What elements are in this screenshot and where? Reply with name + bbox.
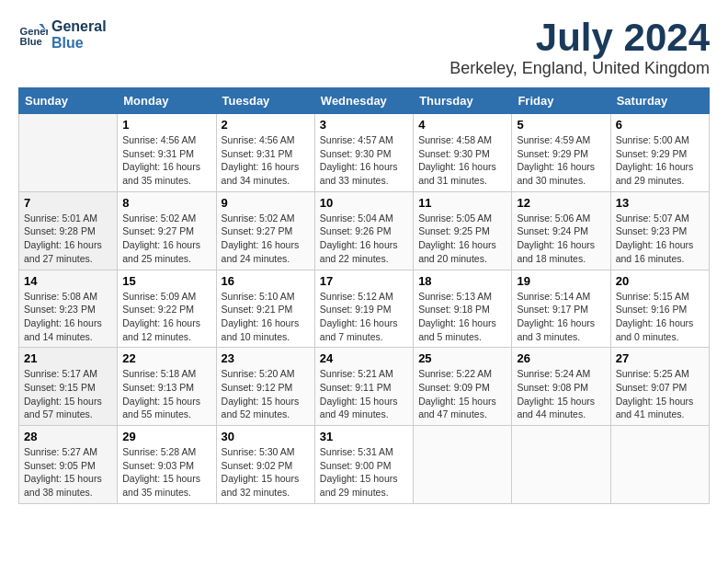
calendar-cell: 6Sunrise: 5:00 AM Sunset: 9:29 PM Daylig… xyxy=(610,114,709,192)
col-header-thursday: Thursday xyxy=(414,88,512,114)
calendar-cell: 12Sunrise: 5:06 AM Sunset: 9:24 PM Dayli… xyxy=(512,191,610,270)
calendar-header-row: SundayMondayTuesdayWednesdayThursdayFrid… xyxy=(19,88,710,114)
logo: General Blue General Blue xyxy=(18,18,107,51)
day-info: Sunrise: 5:10 AM Sunset: 9:21 PM Dayligh… xyxy=(222,290,310,344)
calendar-cell: 26Sunrise: 5:24 AM Sunset: 9:08 PM Dayli… xyxy=(512,348,610,426)
day-number: 27 xyxy=(616,351,704,365)
week-row-2: 7Sunrise: 5:01 AM Sunset: 9:28 PM Daylig… xyxy=(19,191,710,270)
day-number: 28 xyxy=(24,430,112,443)
month-year-title: July 2024 xyxy=(449,18,710,57)
calendar-cell xyxy=(610,426,709,504)
day-number: 5 xyxy=(517,118,605,132)
calendar-cell: 14Sunrise: 5:08 AM Sunset: 9:23 PM Dayli… xyxy=(19,270,118,348)
day-info: Sunrise: 5:28 AM Sunset: 9:03 PM Dayligh… xyxy=(122,445,210,500)
day-info: Sunrise: 5:02 AM Sunset: 9:27 PM Dayligh… xyxy=(122,212,210,266)
calendar-cell: 25Sunrise: 5:22 AM Sunset: 9:09 PM Dayli… xyxy=(414,348,512,426)
calendar-cell: 29Sunrise: 5:28 AM Sunset: 9:03 PM Dayli… xyxy=(118,426,216,504)
calendar-cell: 20Sunrise: 5:15 AM Sunset: 9:16 PM Dayli… xyxy=(610,270,709,348)
calendar-cell: 22Sunrise: 5:18 AM Sunset: 9:13 PM Dayli… xyxy=(118,348,216,426)
day-info: Sunrise: 5:04 AM Sunset: 9:26 PM Dayligh… xyxy=(320,212,408,266)
calendar-cell: 18Sunrise: 5:13 AM Sunset: 9:18 PM Dayli… xyxy=(414,270,512,348)
col-header-monday: Monday xyxy=(118,88,216,114)
calendar-cell: 31Sunrise: 5:31 AM Sunset: 9:00 PM Dayli… xyxy=(314,426,413,504)
day-number: 10 xyxy=(320,196,408,210)
calendar-cell xyxy=(19,114,118,192)
day-number: 14 xyxy=(24,274,112,288)
day-info: Sunrise: 4:57 AM Sunset: 9:30 PM Dayligh… xyxy=(320,133,408,188)
day-number: 25 xyxy=(418,351,506,365)
day-info: Sunrise: 5:06 AM Sunset: 9:24 PM Dayligh… xyxy=(517,212,605,266)
calendar-cell: 10Sunrise: 5:04 AM Sunset: 9:26 PM Dayli… xyxy=(314,191,413,270)
day-number: 13 xyxy=(616,196,704,210)
calendar-cell: 2Sunrise: 4:56 AM Sunset: 9:31 PM Daylig… xyxy=(216,114,314,192)
calendar-cell: 7Sunrise: 5:01 AM Sunset: 9:28 PM Daylig… xyxy=(19,191,118,270)
logo-text-line2: Blue xyxy=(51,35,107,52)
day-number: 1 xyxy=(122,118,210,132)
week-row-1: 1Sunrise: 4:56 AM Sunset: 9:31 PM Daylig… xyxy=(19,114,710,192)
day-info: Sunrise: 5:18 AM Sunset: 9:13 PM Dayligh… xyxy=(122,367,210,421)
calendar-cell: 27Sunrise: 5:25 AM Sunset: 9:07 PM Dayli… xyxy=(610,348,709,426)
calendar-cell: 21Sunrise: 5:17 AM Sunset: 9:15 PM Dayli… xyxy=(19,348,118,426)
col-header-friday: Friday xyxy=(512,88,610,114)
calendar-cell: 17Sunrise: 5:12 AM Sunset: 9:19 PM Dayli… xyxy=(314,270,413,348)
day-info: Sunrise: 5:12 AM Sunset: 9:19 PM Dayligh… xyxy=(320,290,408,344)
day-info: Sunrise: 5:21 AM Sunset: 9:11 PM Dayligh… xyxy=(320,367,408,421)
day-info: Sunrise: 4:56 AM Sunset: 9:31 PM Dayligh… xyxy=(222,133,310,188)
day-number: 23 xyxy=(222,351,310,365)
calendar-cell: 3Sunrise: 4:57 AM Sunset: 9:30 PM Daylig… xyxy=(314,114,413,192)
day-info: Sunrise: 5:14 AM Sunset: 9:17 PM Dayligh… xyxy=(517,290,605,344)
day-info: Sunrise: 4:58 AM Sunset: 9:30 PM Dayligh… xyxy=(418,133,506,188)
week-row-3: 14Sunrise: 5:08 AM Sunset: 9:23 PM Dayli… xyxy=(19,270,710,348)
day-number: 15 xyxy=(122,274,210,288)
day-info: Sunrise: 5:07 AM Sunset: 9:23 PM Dayligh… xyxy=(616,212,704,266)
col-header-sunday: Sunday xyxy=(19,88,118,114)
calendar-cell: 8Sunrise: 5:02 AM Sunset: 9:27 PM Daylig… xyxy=(118,191,216,270)
col-header-wednesday: Wednesday xyxy=(314,88,413,114)
day-number: 20 xyxy=(616,274,704,288)
day-number: 19 xyxy=(517,274,605,288)
day-info: Sunrise: 5:31 AM Sunset: 9:00 PM Dayligh… xyxy=(320,445,408,500)
day-number: 22 xyxy=(122,351,210,365)
day-info: Sunrise: 5:25 AM Sunset: 9:07 PM Dayligh… xyxy=(616,367,704,421)
calendar-cell: 13Sunrise: 5:07 AM Sunset: 9:23 PM Dayli… xyxy=(610,191,709,270)
day-info: Sunrise: 5:02 AM Sunset: 9:27 PM Dayligh… xyxy=(222,212,310,266)
day-info: Sunrise: 5:13 AM Sunset: 9:18 PM Dayligh… xyxy=(418,290,506,344)
day-info: Sunrise: 4:59 AM Sunset: 9:29 PM Dayligh… xyxy=(517,133,605,188)
day-number: 30 xyxy=(222,430,310,443)
day-number: 21 xyxy=(24,351,112,365)
calendar-cell: 9Sunrise: 5:02 AM Sunset: 9:27 PM Daylig… xyxy=(216,191,314,270)
logo-icon: General Blue xyxy=(18,20,48,50)
calendar-cell: 5Sunrise: 4:59 AM Sunset: 9:29 PM Daylig… xyxy=(512,114,610,192)
calendar-cell: 19Sunrise: 5:14 AM Sunset: 9:17 PM Dayli… xyxy=(512,270,610,348)
calendar-cell: 28Sunrise: 5:27 AM Sunset: 9:05 PM Dayli… xyxy=(19,426,118,504)
calendar-cell: 30Sunrise: 5:30 AM Sunset: 9:02 PM Dayli… xyxy=(216,426,314,504)
calendar-cell: 23Sunrise: 5:20 AM Sunset: 9:12 PM Dayli… xyxy=(216,348,314,426)
day-info: Sunrise: 5:05 AM Sunset: 9:25 PM Dayligh… xyxy=(418,212,506,266)
day-number: 24 xyxy=(320,351,408,365)
day-number: 29 xyxy=(122,430,210,443)
calendar-cell xyxy=(414,426,512,504)
col-header-tuesday: Tuesday xyxy=(216,88,314,114)
day-info: Sunrise: 5:22 AM Sunset: 9:09 PM Dayligh… xyxy=(418,367,506,421)
logo-text-line1: General xyxy=(51,18,107,35)
day-info: Sunrise: 5:09 AM Sunset: 9:22 PM Dayligh… xyxy=(122,290,210,344)
calendar-cell: 24Sunrise: 5:21 AM Sunset: 9:11 PM Dayli… xyxy=(314,348,413,426)
day-number: 6 xyxy=(616,118,704,132)
calendar-cell: 11Sunrise: 5:05 AM Sunset: 9:25 PM Dayli… xyxy=(414,191,512,270)
day-number: 2 xyxy=(222,118,310,132)
day-number: 4 xyxy=(418,118,506,132)
col-header-saturday: Saturday xyxy=(610,88,709,114)
calendar-cell: 15Sunrise: 5:09 AM Sunset: 9:22 PM Dayli… xyxy=(118,270,216,348)
day-number: 17 xyxy=(320,274,408,288)
svg-text:Blue: Blue xyxy=(20,36,42,47)
day-info: Sunrise: 5:08 AM Sunset: 9:23 PM Dayligh… xyxy=(24,290,112,344)
calendar-cell: 4Sunrise: 4:58 AM Sunset: 9:30 PM Daylig… xyxy=(414,114,512,192)
day-info: Sunrise: 5:30 AM Sunset: 9:02 PM Dayligh… xyxy=(222,445,310,500)
calendar-cell: 1Sunrise: 4:56 AM Sunset: 9:31 PM Daylig… xyxy=(118,114,216,192)
calendar-table: SundayMondayTuesdayWednesdayThursdayFrid… xyxy=(18,87,710,504)
day-info: Sunrise: 5:24 AM Sunset: 9:08 PM Dayligh… xyxy=(517,367,605,421)
day-number: 26 xyxy=(517,351,605,365)
day-info: Sunrise: 5:15 AM Sunset: 9:16 PM Dayligh… xyxy=(616,290,704,344)
page-header: General Blue General Blue July 2024 Berk… xyxy=(18,18,710,78)
day-info: Sunrise: 5:01 AM Sunset: 9:28 PM Dayligh… xyxy=(24,212,112,266)
